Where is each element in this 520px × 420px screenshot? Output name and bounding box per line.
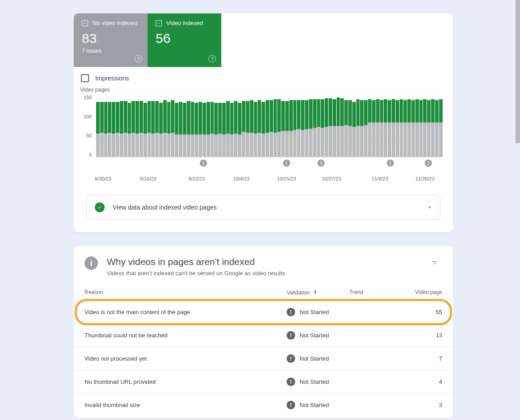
bar[interactable] <box>199 102 202 157</box>
table-row[interactable]: No thumbnail URL provided!Not Started4 <box>74 370 453 393</box>
bar[interactable] <box>194 103 198 157</box>
bar[interactable] <box>104 102 108 157</box>
bar[interactable] <box>403 100 407 157</box>
bar[interactable] <box>333 99 336 157</box>
bar[interactable] <box>207 102 210 157</box>
event-marker[interactable]: 1 <box>387 160 394 167</box>
bar[interactable] <box>297 100 300 157</box>
bar[interactable] <box>360 100 364 157</box>
col-pages[interactable]: Video page <box>410 289 442 296</box>
bar[interactable] <box>211 102 214 157</box>
bar[interactable] <box>183 103 186 157</box>
bar[interactable] <box>148 101 151 157</box>
bar[interactable] <box>337 97 340 157</box>
bar[interactable] <box>305 100 309 157</box>
bar[interactable] <box>321 99 324 157</box>
bar[interactable] <box>151 101 155 157</box>
bar[interactable] <box>348 100 352 157</box>
bar[interactable] <box>277 99 281 157</box>
bar[interactable] <box>313 99 317 157</box>
help-icon[interactable]: ? <box>135 55 142 63</box>
event-marker[interactable]: 1 <box>200 160 207 167</box>
bar[interactable] <box>120 101 123 157</box>
bar[interactable] <box>242 101 245 157</box>
bar[interactable] <box>112 102 115 157</box>
bar[interactable] <box>419 100 423 157</box>
bar[interactable] <box>116 102 119 157</box>
bar[interactable] <box>96 102 100 157</box>
bar[interactable] <box>388 100 391 157</box>
bar[interactable] <box>344 100 348 157</box>
bar[interactable] <box>135 101 139 157</box>
bar[interactable] <box>364 100 368 157</box>
event-marker[interactable]: 3 <box>317 160 325 167</box>
bar[interactable] <box>144 103 147 157</box>
bar[interactable] <box>356 99 360 157</box>
bar[interactable] <box>281 101 285 157</box>
table-row[interactable]: Invalid thumbnail size!Not Started3 <box>74 393 453 416</box>
view-indexed-data-button[interactable]: View data about indexed video pages <box>86 195 440 220</box>
bar[interactable] <box>317 99 321 157</box>
table-row[interactable]: Video not processed yet!Not Started7 <box>74 347 453 370</box>
bar[interactable] <box>246 101 249 157</box>
bar[interactable] <box>274 99 277 157</box>
bar[interactable] <box>285 101 289 157</box>
bar[interactable] <box>266 100 269 157</box>
bar[interactable] <box>203 103 206 157</box>
bar[interactable] <box>167 102 171 157</box>
bar[interactable] <box>128 103 131 157</box>
bar[interactable] <box>171 100 174 157</box>
bar[interactable] <box>250 100 254 157</box>
bar[interactable] <box>222 103 226 157</box>
bar[interactable] <box>179 102 182 157</box>
event-marker[interactable]: 1 <box>283 160 290 167</box>
scrollbar-track[interactable] <box>516 0 520 420</box>
bar[interactable] <box>226 101 230 157</box>
table-row[interactable]: Thumbnail could not be reached!Not Start… <box>74 323 453 347</box>
bar[interactable] <box>325 98 328 157</box>
bar[interactable] <box>108 102 111 157</box>
bar[interactable] <box>270 100 273 157</box>
bar[interactable] <box>396 100 399 157</box>
bar[interactable] <box>163 100 167 157</box>
bar[interactable] <box>392 99 395 157</box>
bar[interactable] <box>301 100 304 157</box>
bar[interactable] <box>380 100 384 157</box>
bar[interactable] <box>407 99 411 157</box>
bar[interactable] <box>352 102 356 157</box>
bar[interactable] <box>384 99 387 157</box>
summary-video-indexed[interactable]: Video indexed 56 ? <box>148 13 221 67</box>
bar[interactable] <box>155 101 159 157</box>
bar[interactable] <box>140 101 143 157</box>
bar[interactable] <box>376 99 380 157</box>
table-row[interactable]: Video is not the main content of the pag… <box>74 300 453 323</box>
bar[interactable] <box>214 103 218 157</box>
bar[interactable] <box>175 103 178 157</box>
bar[interactable] <box>431 99 435 157</box>
checkbox-video-indexed[interactable] <box>156 20 162 26</box>
help-icon[interactable]: ? <box>208 55 216 63</box>
bar[interactable] <box>439 99 443 157</box>
col-trend[interactable]: Trend <box>349 289 410 296</box>
bar[interactable] <box>411 100 415 157</box>
summary-no-video-indexed[interactable]: No video indexed 83 7 issues ? <box>74 13 148 67</box>
bar[interactable] <box>191 102 194 157</box>
bar[interactable] <box>238 103 241 157</box>
bar[interactable] <box>218 103 222 157</box>
event-marker[interactable]: 1 <box>425 160 432 167</box>
bar[interactable] <box>262 102 265 157</box>
bar[interactable] <box>124 101 127 157</box>
bar[interactable] <box>329 98 332 157</box>
bar[interactable] <box>368 99 372 157</box>
bar[interactable] <box>289 100 293 157</box>
bar[interactable] <box>435 100 439 157</box>
bar[interactable] <box>230 103 234 157</box>
bar[interactable] <box>309 99 313 157</box>
bar[interactable] <box>234 101 237 157</box>
bar[interactable] <box>427 100 431 157</box>
scrollbar-thumb[interactable] <box>516 0 520 143</box>
bar[interactable] <box>159 103 163 157</box>
bar[interactable] <box>340 98 344 157</box>
bar[interactable] <box>187 101 190 157</box>
bar[interactable] <box>100 102 104 157</box>
